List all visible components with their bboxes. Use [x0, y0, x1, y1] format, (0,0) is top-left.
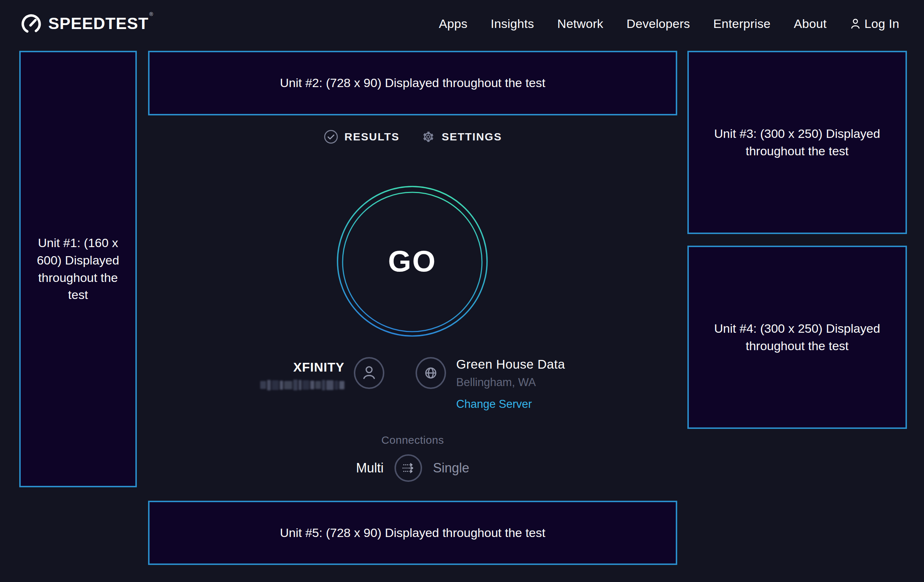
ad-unit-5-label: Unit #5: (728 x 90) Displayed throughout…	[280, 524, 545, 542]
main-nav: Apps Insights Network Developers Enterpr…	[439, 17, 899, 31]
multi-arrows-icon	[400, 460, 417, 476]
isp-name: XFINITY	[260, 360, 345, 374]
connections-single-option[interactable]: Single	[433, 460, 469, 476]
connections-multi-option[interactable]: Multi	[356, 460, 384, 476]
server-name: Green House Data	[456, 357, 565, 371]
isp-avatar	[354, 357, 384, 389]
tab-results[interactable]: RESULTS	[323, 129, 399, 144]
trademark-mark: ®	[150, 11, 153, 17]
ad-unit-2-label: Unit #2: (728 x 90) Displayed throughout…	[280, 74, 545, 92]
nav-network[interactable]: Network	[558, 17, 604, 31]
nav-developers[interactable]: Developers	[626, 17, 690, 31]
tab-settings[interactable]: SETTINGS	[421, 129, 502, 144]
ad-unit-3[interactable]: Unit #3: (300 x 250) Displayed throughou…	[687, 51, 907, 234]
results-settings-tabs: RESULTS SETTINGS	[148, 129, 677, 144]
top-navigation-bar: SPEEDTEST® Apps Insights Network Develop…	[0, 0, 924, 47]
brand-name: SPEEDTEST®	[48, 14, 153, 33]
ad-unit-3-label: Unit #3: (300 x 250) Displayed throughou…	[712, 125, 883, 160]
ad-unit-2[interactable]: Unit #2: (728 x 90) Displayed throughout…	[148, 51, 677, 115]
login-button[interactable]: Log In	[850, 17, 899, 31]
nav-enterprise[interactable]: Enterprise	[713, 17, 771, 31]
ad-unit-1-label: Unit #1: (160 x 600) Displayed throughou…	[31, 234, 125, 303]
user-icon	[361, 364, 378, 382]
server-location: Bellingham, WA	[456, 376, 565, 389]
check-circle-icon	[323, 129, 338, 144]
settings-label: SETTINGS	[442, 130, 502, 143]
connections-toggle-row: Multi Single	[356, 454, 469, 482]
speedtest-logo[interactable]: SPEEDTEST®	[20, 12, 153, 35]
server-globe	[416, 357, 446, 389]
ad-unit-4-label: Unit #4: (300 x 250) Displayed throughou…	[712, 320, 883, 354]
login-label: Log In	[865, 17, 899, 31]
isp-block: XFINITY	[260, 360, 345, 391]
connections-section: Connections Multi Single	[148, 434, 677, 482]
connections-toggle[interactable]	[394, 454, 422, 482]
ip-address-redacted	[260, 379, 345, 391]
change-server-link[interactable]: Change Server	[456, 398, 565, 411]
nav-apps[interactable]: Apps	[439, 17, 467, 31]
go-label: GO	[335, 184, 489, 338]
go-button[interactable]: GO	[335, 184, 489, 338]
speedometer-icon	[20, 12, 43, 35]
connections-title: Connections	[148, 434, 677, 446]
nav-about[interactable]: About	[794, 17, 827, 31]
globe-icon	[422, 364, 439, 382]
server-block: Green House Data Bellingham, WA Change S…	[456, 357, 565, 411]
user-icon	[850, 17, 861, 30]
nav-insights[interactable]: Insights	[491, 17, 534, 31]
ad-unit-5[interactable]: Unit #5: (728 x 90) Displayed throughout…	[148, 501, 677, 565]
connection-info: XFINITY Green House Data Bellingham, WA …	[148, 357, 677, 411]
results-label: RESULTS	[345, 130, 399, 143]
ad-unit-1[interactable]: Unit #1: (160 x 600) Displayed throughou…	[19, 51, 137, 487]
gear-icon	[421, 129, 436, 144]
ad-unit-4[interactable]: Unit #4: (300 x 250) Displayed throughou…	[687, 246, 907, 429]
